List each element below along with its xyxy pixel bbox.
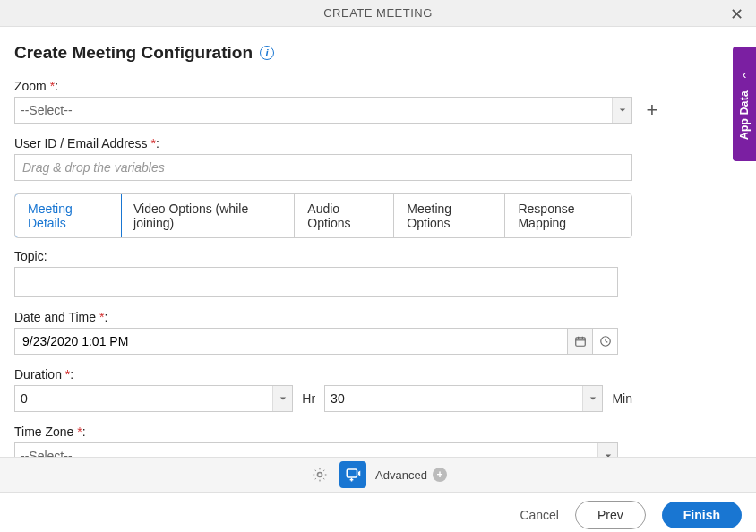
zoom-select-arrow[interactable] [612, 98, 631, 123]
zoom-select[interactable] [14, 97, 632, 124]
calendar-button[interactable] [568, 328, 593, 355]
svg-point-7 [318, 473, 322, 477]
duration-minutes-select[interactable] [324, 385, 603, 412]
timezone-select-arrow[interactable] [597, 443, 617, 457]
tab-video-options[interactable]: Video Options (while joining) [121, 194, 295, 237]
duration-minutes-arrow[interactable] [582, 386, 602, 411]
dialog-header: CREATE MEETING ✕ [0, 0, 756, 27]
timezone-label: Time Zone *: [14, 425, 618, 439]
user-id-label: User ID / Email Address *: [14, 136, 632, 150]
page-title: Create Meeting Configuration [14, 43, 253, 63]
info-icon[interactable]: i [260, 46, 274, 60]
add-zoom-button[interactable]: + [641, 99, 663, 121]
svg-line-6 [606, 341, 607, 342]
duration-hours-select[interactable] [14, 385, 293, 412]
tab-meeting-options[interactable]: Meeting Options [394, 194, 505, 237]
toolbar: Advanced + [0, 457, 756, 493]
tab-audio-options[interactable]: Audio Options [295, 194, 394, 237]
duration-label: Duration *: [14, 367, 632, 382]
screen-add-button[interactable] [339, 461, 366, 488]
dialog-body: Create Meeting Configuration i Zoom *: +… [0, 27, 756, 457]
chevron-down-icon [605, 452, 612, 457]
clock-button[interactable] [593, 328, 618, 355]
gear-icon [311, 466, 329, 484]
svg-rect-8 [347, 469, 357, 477]
date-time-input[interactable] [14, 328, 568, 355]
chevron-left-icon: ‹ [743, 67, 747, 82]
user-id-input[interactable] [14, 154, 632, 181]
settings-button[interactable] [309, 464, 331, 485]
hours-unit-label: Hr [302, 391, 315, 406]
date-time-label: Date and Time *: [14, 310, 618, 324]
dialog-footer: Cancel Prev Finish [0, 493, 756, 532]
app-data-label: App Data [738, 90, 751, 140]
prev-button[interactable]: Prev [575, 501, 646, 529]
plus-icon: + [647, 99, 658, 121]
plus-circle-icon: + [433, 468, 447, 482]
advanced-toggle[interactable]: Advanced + [375, 468, 447, 482]
app-data-tab[interactable]: ‹ App Data [733, 47, 756, 161]
finish-button[interactable]: Finish [662, 502, 742, 528]
cancel-button[interactable]: Cancel [520, 508, 559, 522]
close-icon: ✕ [730, 5, 743, 23]
tab-response-mapping[interactable]: Response Mapping [505, 194, 631, 237]
chevron-down-icon [279, 395, 287, 402]
screen-add-icon [345, 467, 361, 483]
minutes-unit-label: Min [612, 391, 632, 406]
topic-input[interactable] [14, 267, 618, 297]
svg-rect-0 [575, 338, 585, 346]
duration-hours-arrow[interactable] [272, 386, 292, 411]
topic-label: Topic: [14, 249, 618, 263]
chevron-down-icon [619, 107, 626, 114]
close-button[interactable]: ✕ [726, 4, 747, 24]
clock-icon [599, 335, 612, 348]
dialog-title: CREATE MEETING [323, 6, 433, 20]
calendar-icon [574, 335, 587, 348]
chevron-down-icon [589, 395, 597, 402]
tab-meeting-details[interactable]: Meeting Details [14, 193, 122, 238]
tabs: Meeting Details Video Options (while joi… [14, 193, 632, 238]
advanced-label: Advanced [375, 468, 427, 482]
timezone-select[interactable] [14, 442, 618, 457]
zoom-label: Zoom *: [14, 79, 742, 93]
